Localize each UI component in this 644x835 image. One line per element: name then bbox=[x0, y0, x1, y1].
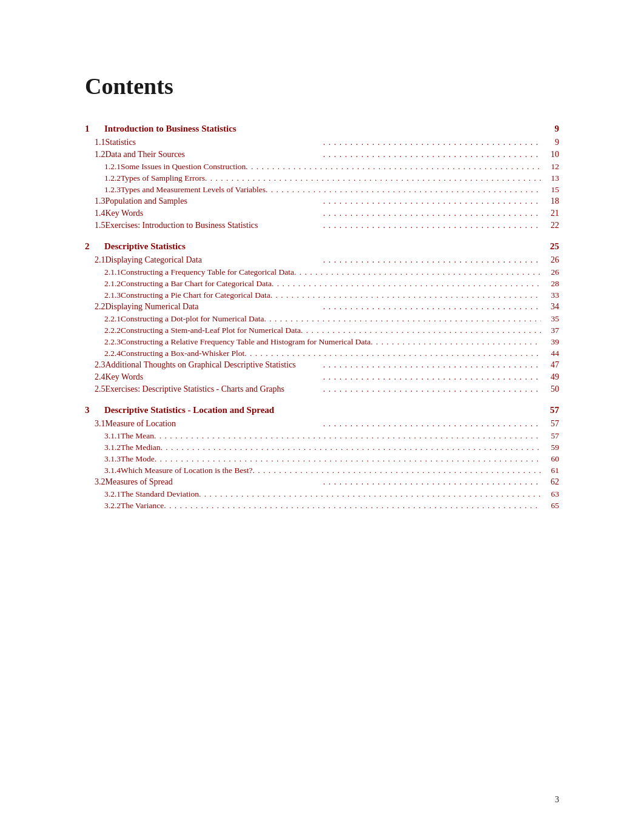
subsection-page: 26 bbox=[541, 267, 559, 277]
section-dots bbox=[323, 302, 541, 312]
subsection-num: 3.1.1 bbox=[85, 431, 121, 441]
subsection-title: Constructing a Relative Frequency Table … bbox=[121, 337, 371, 347]
page-number: 3 bbox=[555, 795, 559, 805]
section-row: 3.2 Measures of Spread 62 bbox=[85, 477, 559, 487]
subsection-title: The Variance bbox=[121, 501, 164, 511]
chapter-row: 2 Descriptive Statistics 25 bbox=[85, 241, 559, 252]
section-num: 1.3 bbox=[85, 196, 106, 206]
section-num: 3.1 bbox=[85, 419, 106, 429]
subsection-row: 1.2.1 Some Issues in Question Constructi… bbox=[85, 162, 559, 172]
section-row: 1.2 Data and Their Sources 10 bbox=[85, 150, 559, 159]
subsection-title: Constructing a Dot-plot for Numerical Da… bbox=[121, 314, 264, 324]
subsection-page: 65 bbox=[541, 501, 559, 511]
chapter-num: 3 bbox=[85, 405, 104, 415]
subsection-row: 2.2.1 Constructing a Dot-plot for Numeri… bbox=[85, 314, 559, 324]
section-dots bbox=[323, 209, 541, 218]
section-title: Exercises: Descriptive Statistics - Char… bbox=[106, 384, 323, 394]
subsection-row: 3.1.3 The Mode 60 bbox=[85, 454, 559, 464]
section-title: Additional Thoughts on Graphical Descrip… bbox=[106, 360, 323, 370]
section-page: 18 bbox=[541, 196, 559, 206]
subsection-row: 2.2.4 Constructing a Box-and-Whisker Plo… bbox=[85, 349, 559, 358]
section-page: 21 bbox=[541, 209, 559, 218]
table-of-contents: 1 Introduction to Business Statistics 9 … bbox=[85, 124, 559, 511]
section-dots bbox=[323, 196, 541, 206]
subsection-dots bbox=[266, 185, 541, 195]
section-row: 1.4 Key Words 21 bbox=[85, 209, 559, 218]
subsection-page: 60 bbox=[541, 454, 559, 464]
section-page: 49 bbox=[541, 372, 559, 382]
subsection-row: 3.2.2 The Variance 65 bbox=[85, 501, 559, 511]
section-num: 1.4 bbox=[85, 209, 106, 218]
subsection-row: 2.1.2 Constructing a Bar Chart for Categ… bbox=[85, 279, 559, 289]
subsection-page: 57 bbox=[541, 431, 559, 441]
subsection-dots bbox=[164, 501, 541, 511]
subsection-dots bbox=[155, 454, 541, 464]
section-page: 26 bbox=[541, 255, 559, 265]
subsection-dots bbox=[154, 431, 541, 441]
section-num: 2.5 bbox=[85, 384, 106, 394]
subsection-title: The Mode bbox=[121, 454, 155, 464]
chapter-num: 1 bbox=[85, 124, 104, 134]
subsection-title: The Mean bbox=[121, 431, 154, 441]
subsection-dots bbox=[270, 290, 541, 300]
subsection-title: Types and Measurement Levels of Variable… bbox=[121, 185, 266, 195]
section-dots bbox=[323, 150, 541, 159]
section-dots bbox=[323, 138, 541, 147]
section-row: 2.1 Displaying Categorical Data 26 bbox=[85, 255, 559, 265]
subsection-row: 2.1.1 Constructing a Frequency Table for… bbox=[85, 267, 559, 277]
subsection-num: 3.2.1 bbox=[85, 489, 121, 499]
subsection-page: 15 bbox=[541, 185, 559, 195]
subsection-num: 2.1.2 bbox=[85, 279, 121, 289]
section-title: Displaying Categorical Data bbox=[106, 255, 323, 265]
section-title: Displaying Numerical Data bbox=[106, 302, 323, 312]
subsection-page: 35 bbox=[541, 314, 559, 324]
section-row: 3.1 Measure of Location 57 bbox=[85, 419, 559, 429]
section-dots bbox=[323, 372, 541, 382]
subsection-title: Constructing a Pie Chart for Categorical… bbox=[121, 290, 270, 300]
section-title: Key Words bbox=[106, 372, 323, 382]
section-num: 2.4 bbox=[85, 372, 106, 382]
section-title: Measures of Spread bbox=[106, 477, 323, 487]
subsection-num: 2.2.4 bbox=[85, 349, 121, 358]
subsection-title: Constructing a Stem-and-Leaf Plot for Nu… bbox=[121, 326, 301, 335]
subsection-title: Constructing a Frequency Table for Categ… bbox=[121, 267, 294, 277]
subsection-page: 13 bbox=[541, 173, 559, 183]
subsection-num: 2.1.1 bbox=[85, 267, 121, 277]
chapter-row: 1 Introduction to Business Statistics 9 bbox=[85, 124, 559, 134]
subsection-num: 3.1.3 bbox=[85, 454, 121, 464]
subsection-dots bbox=[244, 349, 541, 358]
subsection-num: 3.1.4 bbox=[85, 466, 121, 475]
subsection-dots bbox=[199, 489, 541, 499]
section-page: 50 bbox=[541, 384, 559, 394]
subsection-num: 1.2.2 bbox=[85, 173, 121, 183]
chapter-title: Descriptive Statistics bbox=[104, 241, 541, 252]
section-page: 34 bbox=[541, 302, 559, 312]
section-title: Key Words bbox=[106, 209, 323, 218]
subsection-dots bbox=[252, 466, 541, 475]
section-title: Statistics bbox=[106, 138, 323, 147]
subsection-dots bbox=[272, 279, 541, 289]
page-title: Contents bbox=[85, 73, 559, 99]
subsection-page: 37 bbox=[541, 326, 559, 335]
subsection-page: 61 bbox=[541, 466, 559, 475]
subsection-dots bbox=[294, 267, 541, 277]
section-num: 1.1 bbox=[85, 138, 106, 147]
subsection-title: The Standard Deviation bbox=[121, 489, 199, 499]
subsection-dots bbox=[371, 337, 541, 347]
subsection-row: 3.1.4 Which Measure of Location is the B… bbox=[85, 466, 559, 475]
section-num: 2.2 bbox=[85, 302, 106, 312]
section-num: 2.3 bbox=[85, 360, 106, 370]
subsection-page: 59 bbox=[541, 443, 559, 452]
section-num: 2.1 bbox=[85, 255, 106, 265]
section-row: 1.5 Exercises: Introduction to Business … bbox=[85, 221, 559, 230]
subsection-dots bbox=[161, 443, 541, 452]
subsection-title: Constructing a Box-and-Whisker Plot bbox=[121, 349, 244, 358]
section-num: 1.5 bbox=[85, 221, 106, 230]
section-num: 3.2 bbox=[85, 477, 106, 487]
section-page: 57 bbox=[541, 419, 559, 429]
section-page: 47 bbox=[541, 360, 559, 370]
chapter-row: 3 Descriptive Statistics - Location and … bbox=[85, 405, 559, 415]
subsection-row: 2.1.3 Constructing a Pie Chart for Categ… bbox=[85, 290, 559, 300]
subsection-page: 12 bbox=[541, 162, 559, 172]
section-row: 1.1 Statistics 9 bbox=[85, 138, 559, 147]
